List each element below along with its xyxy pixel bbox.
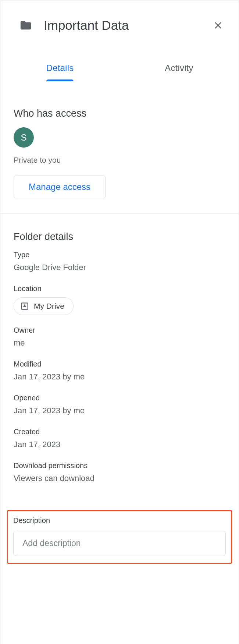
field-modified: Modified Jan 17, 2023 by me bbox=[14, 360, 225, 383]
field-type: Type Google Drive Folder bbox=[14, 251, 225, 273]
location-value: My Drive bbox=[34, 302, 64, 311]
owner-label: Owner bbox=[14, 326, 225, 335]
created-value: Jan 17, 2023 bbox=[14, 438, 225, 450]
access-section: Who has access S Private to you Manage a… bbox=[0, 81, 239, 213]
field-location: Location My Drive bbox=[14, 284, 225, 315]
field-created: Created Jan 17, 2023 bbox=[14, 428, 225, 450]
folder-icon bbox=[18, 19, 33, 32]
details-panel: Important Data Details Activity Who has … bbox=[0, 0, 239, 644]
description-label: Description bbox=[13, 516, 226, 525]
tab-details[interactable]: Details bbox=[0, 58, 120, 81]
download-label: Download permissions bbox=[14, 461, 225, 470]
opened-value: Jan 17, 2023 by me bbox=[14, 404, 225, 417]
download-value: Viewers can download bbox=[14, 472, 225, 484]
modified-value: Jan 17, 2023 by me bbox=[14, 371, 225, 383]
location-label: Location bbox=[14, 284, 225, 293]
owner-avatar[interactable]: S bbox=[14, 127, 34, 148]
folder-details-heading: Folder details bbox=[14, 231, 225, 243]
close-button[interactable] bbox=[211, 18, 225, 33]
field-opened: Opened Jan 17, 2023 by me bbox=[14, 394, 225, 417]
my-drive-icon bbox=[20, 301, 29, 311]
access-heading: Who has access bbox=[14, 108, 225, 119]
panel-title: Important Data bbox=[44, 18, 211, 33]
created-label: Created bbox=[14, 428, 225, 436]
modified-label: Modified bbox=[14, 360, 225, 368]
type-value: Google Drive Folder bbox=[14, 261, 225, 273]
tabs: Details Activity bbox=[0, 58, 239, 81]
private-text: Private to you bbox=[14, 156, 225, 164]
panel-header: Important Data bbox=[0, 0, 239, 40]
description-highlight: Description bbox=[7, 510, 232, 564]
field-download-permissions: Download permissions Viewers can downloa… bbox=[14, 461, 225, 484]
close-icon bbox=[213, 20, 223, 31]
tab-activity[interactable]: Activity bbox=[120, 58, 239, 81]
description-input[interactable] bbox=[13, 531, 226, 556]
field-owner: Owner me bbox=[14, 326, 225, 349]
opened-label: Opened bbox=[14, 394, 225, 402]
manage-access-button[interactable]: Manage access bbox=[14, 176, 106, 198]
type-label: Type bbox=[14, 251, 225, 259]
owner-value: me bbox=[14, 337, 225, 349]
location-chip[interactable]: My Drive bbox=[14, 297, 74, 315]
folder-details-section: Folder details Type Google Drive Folder … bbox=[0, 213, 239, 510]
